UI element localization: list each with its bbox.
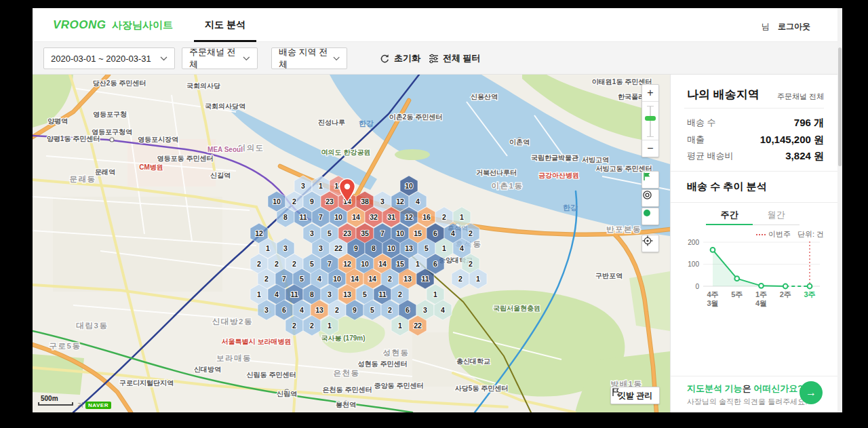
- zoom-slider-track[interactable]: [650, 106, 651, 137]
- hexagon-heatmap: 3114101029231438312481171014323112162112…: [33, 75, 670, 412]
- order-channel-select[interactable]: 주문채널 전체: [182, 47, 258, 69]
- hex-value: 12: [343, 260, 351, 268]
- window-scrollbar[interactable]: [837, 8, 842, 412]
- refresh-icon: [380, 54, 390, 64]
- x-tick-label: 4주3월: [707, 290, 718, 307]
- flag-manage-button[interactable]: 깃발 관리: [610, 387, 660, 404]
- tab-map-analysis[interactable]: 지도 분석: [194, 8, 256, 42]
- logout-button[interactable]: 로그아웃: [778, 21, 810, 33]
- zoom-slider-tick: [647, 136, 654, 137]
- chevron-down-icon: [333, 56, 340, 61]
- feedback-subtitle: 사장님의 솔직한 의견을 들려주세요.: [687, 397, 807, 407]
- side-panel: 나의 배송지역 주문채널 전체 배송 수 796 개 매출 10,145,200…: [670, 75, 837, 412]
- hex-value: 6: [433, 229, 437, 237]
- hex-value: 11: [421, 275, 429, 283]
- delivery-area-select[interactable]: 배송 지역 전체: [271, 47, 347, 69]
- stat-label: 평균 배송비: [687, 150, 734, 162]
- tab-weekly[interactable]: 주간: [706, 208, 753, 225]
- hex-value: 14: [334, 182, 342, 190]
- hex-value: 2: [469, 229, 473, 237]
- hex-value: 14: [343, 197, 351, 206]
- feedback-title-tail: 어떠신가요?: [753, 383, 803, 393]
- hex-value: 4: [441, 306, 445, 314]
- zoom-out-button[interactable]: −: [642, 140, 658, 157]
- hex-outline-layer-button[interactable]: [642, 189, 659, 207]
- hex-value: 23: [326, 197, 334, 206]
- chevron-down-icon: [243, 56, 250, 61]
- hex-value: 2: [292, 260, 296, 268]
- hex-fill-layer-button[interactable]: [642, 208, 659, 225]
- hex-value: 1: [398, 322, 402, 330]
- all-filters-label: 전체 필터: [443, 52, 481, 64]
- delivery-trend-chart: 20010004주3월5주1주4월2주3주: [680, 237, 829, 316]
- hex-value: 10: [333, 275, 341, 283]
- hex-value: 23: [343, 229, 351, 237]
- hex-value: 7: [380, 229, 384, 237]
- all-filters-button[interactable]: 전체 필터: [429, 47, 481, 69]
- hex-value: 12: [396, 197, 404, 206]
- hex-value: 13: [343, 290, 351, 298]
- date-range-select[interactable]: 2020-03-01 ~ 2020-03-31: [43, 47, 175, 69]
- hex-value: 3: [264, 306, 269, 314]
- hex-value: 9: [310, 197, 314, 206]
- hex-value: 2: [458, 275, 462, 283]
- map-scale: 500m: [38, 395, 73, 406]
- hex-cell[interactable]: 1: [453, 207, 471, 227]
- hex-value: 4: [300, 306, 304, 314]
- hex-value: 3: [310, 229, 314, 237]
- hex-value: 3: [380, 197, 384, 206]
- hex-value: 1: [266, 244, 270, 252]
- data-point: [808, 284, 812, 289]
- section-divider: [671, 171, 837, 172]
- hex-cell[interactable]: 2: [435, 207, 453, 227]
- hex-value: 4: [416, 197, 420, 206]
- brand-name: 사장님사이트: [112, 19, 173, 32]
- hex-value: 22: [334, 244, 342, 252]
- hex-value: 15: [396, 260, 404, 268]
- scrollbar-thumb[interactable]: [838, 47, 842, 166]
- order-channel-value: 주문채널 전체: [189, 46, 243, 71]
- hex-value: 14: [352, 213, 360, 221]
- data-point: [711, 248, 715, 252]
- chevron-down-icon: [160, 56, 167, 61]
- zoom-in-button[interactable]: +: [642, 85, 658, 102]
- stat-row-delivery-count: 배송 수 796 개: [687, 117, 824, 130]
- hex-value: 5: [363, 290, 367, 298]
- naver-logo: NAVER: [85, 402, 111, 409]
- current-location-button[interactable]: [642, 235, 659, 252]
- hex-value: 5: [370, 306, 374, 314]
- hex-value: 1: [476, 275, 480, 283]
- hex-value: 5: [310, 260, 314, 268]
- flag-layer-button[interactable]: [642, 171, 659, 189]
- stat-value: 10,145,200 원: [760, 134, 824, 147]
- feedback-arrow-button[interactable]: →: [800, 381, 823, 404]
- stat-value: 3,824 원: [785, 150, 824, 163]
- hex-value: 2: [275, 260, 279, 268]
- y-tick-label: 200: [688, 239, 699, 246]
- tab-monthly[interactable]: 월간: [753, 208, 800, 225]
- hex-value: 2: [310, 322, 314, 330]
- hex-value: 2: [292, 322, 296, 330]
- hex-value: 9: [353, 306, 357, 314]
- hex-value: 31: [387, 213, 395, 221]
- naver-attribution[interactable]: 기 NAVER: [77, 401, 111, 410]
- vroong-logo: VROONG: [53, 18, 106, 32]
- zoom-slider-handle[interactable]: [645, 116, 656, 121]
- hex-value: 11: [378, 290, 386, 298]
- zoom-control: + −: [642, 84, 659, 157]
- stat-label: 배송 수: [687, 117, 716, 129]
- hex-value: 14: [378, 260, 387, 268]
- hex-value: 10: [361, 260, 369, 268]
- filter-sliders-icon: [429, 54, 439, 64]
- hex-value: 2: [388, 275, 392, 283]
- hex-value: 1: [442, 244, 446, 252]
- hex-value: 7: [319, 213, 323, 221]
- hex-value: 2: [388, 306, 392, 314]
- stat-label: 매출: [687, 134, 705, 146]
- crosshair-icon: [642, 235, 653, 246]
- hex-value: 10: [334, 213, 342, 221]
- hex-value: 12: [405, 213, 413, 221]
- map-canvas[interactable]: 당산2동 주민센터국회의사당국회의사당역여의도영등포구청양평역양평1동 주민센터…: [33, 75, 670, 412]
- hex-value: 3: [423, 306, 427, 314]
- reset-button[interactable]: 초기화: [380, 47, 420, 69]
